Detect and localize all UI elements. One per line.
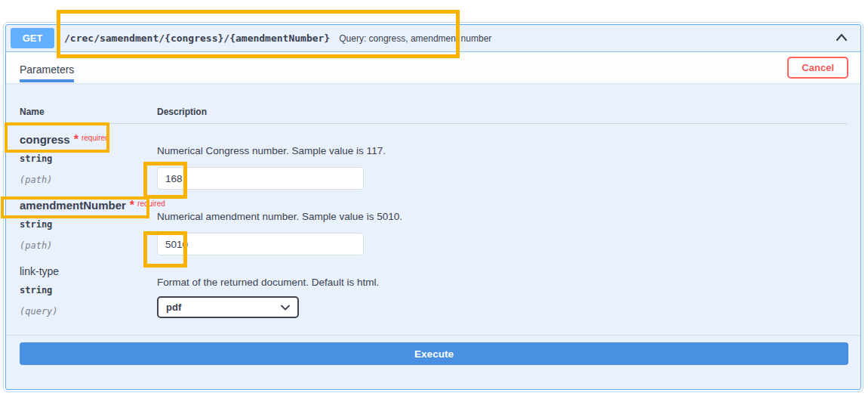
param-description-cell: Numerical Congress number. Sample value …: [157, 133, 847, 190]
param-name-amendmentNumber: amendmentNumber: [20, 199, 126, 212]
column-header-name: Name: [20, 107, 157, 117]
param-description-cell: Numerical amendment number. Sample value…: [157, 199, 847, 255]
endpoint-summary-text: Query: congress, amendment number: [339, 33, 491, 44]
required-label: required: [82, 134, 109, 142]
required-asterisk: *: [130, 199, 134, 212]
api-operation-panel: GET /crec/samendment/{congress}/{amendme…: [5, 24, 861, 390]
tab-parameters[interactable]: Parameters: [20, 60, 74, 76]
param-name-link-type: link-type: [20, 265, 59, 277]
param-description-cell: Format of the returned document. Default…: [157, 265, 847, 318]
param-name-cell: congress*required string (path): [20, 133, 157, 190]
param-description: Format of the returned document. Default…: [157, 277, 847, 288]
congress-input[interactable]: [157, 167, 364, 190]
table-header-row: Name Description: [20, 83, 847, 124]
endpoint-path: /crec/samendment/{congress}/{amendmentNu…: [64, 32, 330, 44]
param-description: Numerical Congress number. Sample value …: [157, 145, 847, 156]
execute-row: Execute: [6, 335, 860, 365]
cancel-button[interactable]: Cancel: [787, 57, 848, 79]
http-method-badge: GET: [11, 28, 54, 48]
execute-button[interactable]: Execute: [20, 342, 848, 365]
param-location: (query): [20, 306, 157, 317]
param-type: string: [20, 285, 157, 295]
parameter-row-amendmentNumber: amendmentNumber*required string (path) N…: [20, 190, 847, 255]
required-label: required: [137, 200, 165, 208]
select-value: pdf: [166, 302, 181, 313]
parameter-row-link-type: link-type string (query) Format of the r…: [20, 255, 847, 318]
parameters-table: Name Description congress*required strin…: [6, 83, 860, 318]
parameters-section-header: Parameters Cancel: [6, 52, 860, 83]
param-description: Numerical amendment number. Sample value…: [157, 211, 847, 222]
amendmentNumber-input[interactable]: [157, 233, 364, 255]
param-location: (path): [20, 175, 157, 185]
collapse-button[interactable]: [832, 29, 851, 48]
param-name-cell: link-type string (query): [20, 265, 157, 318]
parameter-row-congress: congress*required string (path) Numerica…: [20, 124, 847, 190]
param-type: string: [20, 219, 157, 230]
param-name-cell: amendmentNumber*required string (path): [20, 199, 157, 255]
chevron-up-icon: [835, 32, 848, 45]
column-header-description: Description: [157, 107, 847, 117]
chevron-down-icon: [281, 302, 290, 313]
required-asterisk: *: [74, 133, 78, 146]
param-type: string: [20, 153, 157, 164]
param-location: (path): [20, 240, 157, 251]
operation-summary-bar[interactable]: GET /crec/samendment/{congress}/{amendme…: [6, 25, 860, 52]
param-name-congress: congress: [20, 133, 70, 146]
link-type-select[interactable]: pdf: [157, 296, 299, 318]
